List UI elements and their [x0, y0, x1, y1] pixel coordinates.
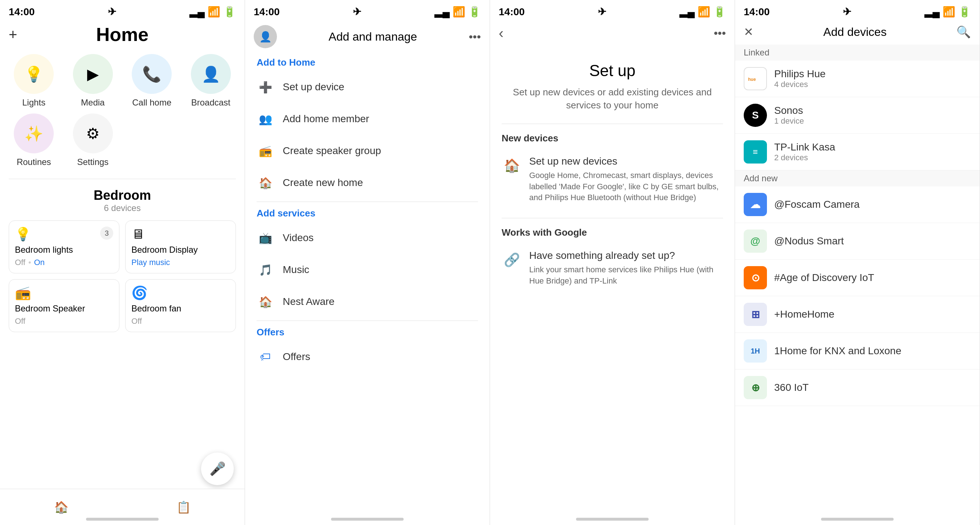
add-devices-close[interactable]: ✕	[744, 25, 754, 39]
room-header: Bedroom 6 devices	[0, 185, 245, 215]
homehome-info: +HomeHome	[774, 309, 834, 320]
bedroom-fan-name: Bedroom fan	[131, 303, 230, 314]
1home-item[interactable]: 1H 1Home for KNX and Loxone	[735, 333, 980, 370]
homehome-item[interactable]: ⊞ +HomeHome	[735, 296, 980, 333]
battery-icon-2: 🔋	[468, 6, 481, 18]
set-up-device-label: Set up device	[283, 81, 344, 93]
shortcut-grid: 💡 Lights ▶ Media 📞 Call home 👤 Broadcast…	[0, 54, 245, 176]
bedroom-lights-status: Off • On	[15, 258, 113, 267]
setup-subtitle: Set up new devices or add existing devic…	[502, 86, 723, 112]
call-home-shortcut[interactable]: 📞 Call home	[125, 54, 178, 108]
divider-services	[257, 201, 478, 202]
works-with-google-section: Works with Google 🔗 Have something alrea…	[490, 221, 735, 298]
already-set-up-item[interactable]: 🔗 Have something already set up? Link yo…	[502, 244, 723, 293]
philips-hue-item[interactable]: huePhilips Philips Hue 4 devices	[735, 60, 980, 97]
broadcast-label: Broadcast	[191, 98, 231, 108]
philips-hue-count: 4 devices	[774, 80, 826, 89]
create-speaker-group-item[interactable]: 📻 Create speaker group	[245, 135, 490, 167]
foscam-item[interactable]: ☁ @Foscam Camera	[735, 186, 980, 223]
call-home-label: Call home	[132, 98, 171, 108]
lights-dot: •	[28, 258, 31, 267]
add-manage-title: Add and manage	[328, 30, 417, 43]
bedroom-speaker-card[interactable]: 📻 Bedroom Speaker Off	[9, 279, 119, 332]
routines-label: Routines	[17, 157, 51, 167]
signal-icon-2: ▂▄	[434, 6, 450, 18]
age-item[interactable]: ⊙ #Age of Discovery IoT	[735, 260, 980, 296]
lights-shortcut[interactable]: 💡 Lights	[7, 54, 60, 108]
sonos-name: Sonos	[774, 105, 804, 116]
lights-icon: 💡	[14, 54, 54, 94]
add-home-member-item[interactable]: 👥 Add home member	[245, 103, 490, 135]
sonos-item[interactable]: S Sonos 1 device	[735, 97, 980, 134]
routines-shortcut[interactable]: ✨ Routines	[7, 114, 60, 167]
time-1: 14:00	[9, 6, 35, 18]
offers-menu-label: Offers	[283, 351, 310, 363]
add-home-member-icon: 👥	[257, 110, 274, 128]
nest-aware-item[interactable]: 🏠 Nest Aware	[245, 286, 490, 317]
add-services-label: Add services	[245, 205, 490, 222]
user-avatar[interactable]: 👤	[254, 25, 277, 48]
back-button[interactable]: ‹	[499, 25, 503, 41]
add-button[interactable]: +	[9, 27, 17, 43]
list-nav-btn[interactable]: 📋	[170, 495, 197, 520]
sonos-logo: S	[744, 104, 767, 127]
lights-label: Lights	[22, 98, 45, 108]
wifi-icon-2: 📶	[453, 6, 465, 18]
set-up-new-devices-item[interactable]: 🏠 Set up new devices Google Home, Chrome…	[502, 150, 723, 209]
bedroom-fan-icon: 🌀	[131, 285, 148, 301]
bedroom-fan-card[interactable]: 🌀 Bedroom fan Off	[125, 279, 236, 332]
media-shortcut[interactable]: ▶ Media	[67, 54, 120, 108]
new-devices-section: New devices 🏠 Set up new devices Google …	[490, 127, 735, 215]
1home-name: 1Home for KNX and Loxone	[774, 345, 901, 357]
create-new-home-item[interactable]: 🏠 Create new home	[245, 167, 490, 199]
bedroom-speaker-status: Off	[15, 317, 113, 326]
home-indicator-2	[331, 518, 404, 521]
already-set-up-text: Have something already set up? Link your…	[529, 250, 723, 287]
play-music-action[interactable]: Play music	[131, 258, 170, 267]
lights-on-status[interactable]: On	[34, 258, 45, 267]
home-nav-btn[interactable]: 🏠	[48, 495, 75, 520]
videos-item[interactable]: 📺 Videos	[245, 222, 490, 254]
signal-icon-3: ▂▄	[679, 6, 695, 18]
status-bar-4: 14:00 ✈ ▂▄ 📶 🔋	[735, 0, 980, 21]
offers-item[interactable]: 🏷 Offers	[245, 341, 490, 373]
homehome-logo-icon: ⊞	[744, 303, 767, 326]
360iot-item[interactable]: ⊕ 360 IoT	[735, 370, 980, 406]
music-item[interactable]: 🎵 Music	[245, 254, 490, 286]
already-set-up-desc: Link your smart home services like Phili…	[529, 264, 723, 287]
time-3: 14:00	[499, 6, 525, 18]
bedroom-lights-name: Bedroom lights	[15, 245, 113, 255]
bedroom-display-status: Play music	[131, 258, 230, 267]
mic-button[interactable]: 🎤	[201, 452, 234, 485]
create-speaker-group-label: Create speaker group	[283, 145, 381, 157]
broadcast-shortcut[interactable]: 👤 Broadcast	[185, 54, 238, 108]
videos-label: Videos	[283, 232, 313, 244]
bedroom-display-card[interactable]: 🖥 Bedroom Display Play music	[125, 220, 236, 273]
works-with-google-label: Works with Google	[502, 227, 723, 238]
status-bar-1: 14:00 ✈ ▂▄ 📶 🔋	[0, 0, 245, 21]
location-icon-2: ✈	[353, 6, 361, 18]
signal-icon-1: ▂▄	[189, 6, 205, 18]
homehome-name: +HomeHome	[774, 309, 834, 320]
360iot-info: 360 IoT	[774, 382, 809, 393]
bedroom-display-name: Bedroom Display	[131, 245, 230, 255]
device-grid: 💡 3 Bedroom lights Off • On 🖥 Bedroom Di…	[0, 215, 245, 338]
nodus-item[interactable]: @ @Nodus Smart	[735, 223, 980, 260]
media-icon: ▶	[73, 54, 113, 94]
settings-shortcut[interactable]: ⚙ Settings	[67, 114, 120, 167]
search-icon[interactable]: 🔍	[956, 25, 971, 39]
music-icon: 🎵	[257, 261, 274, 278]
set-up-device-item[interactable]: ➕ Set up device	[245, 71, 490, 103]
add-to-home-label: Add to Home	[245, 54, 490, 71]
tplink-item[interactable]: ≡ TP-Link Kasa 2 devices	[735, 134, 980, 170]
lights-off-status: Off	[15, 258, 25, 267]
setup-more-options[interactable]: •••	[714, 27, 726, 40]
tplink-count: 2 devices	[774, 153, 835, 162]
philips-hue-info: Philips Hue 4 devices	[774, 68, 826, 89]
bedroom-display-icon: 🖥	[131, 227, 145, 242]
more-options-icon[interactable]: •••	[469, 30, 481, 43]
device-icon-row-lights: 💡 3	[15, 227, 113, 242]
status-icons-1: ▂▄ 📶 🔋	[189, 6, 236, 18]
set-up-device-icon: ➕	[257, 78, 274, 96]
bedroom-lights-card[interactable]: 💡 3 Bedroom lights Off • On	[9, 220, 119, 273]
